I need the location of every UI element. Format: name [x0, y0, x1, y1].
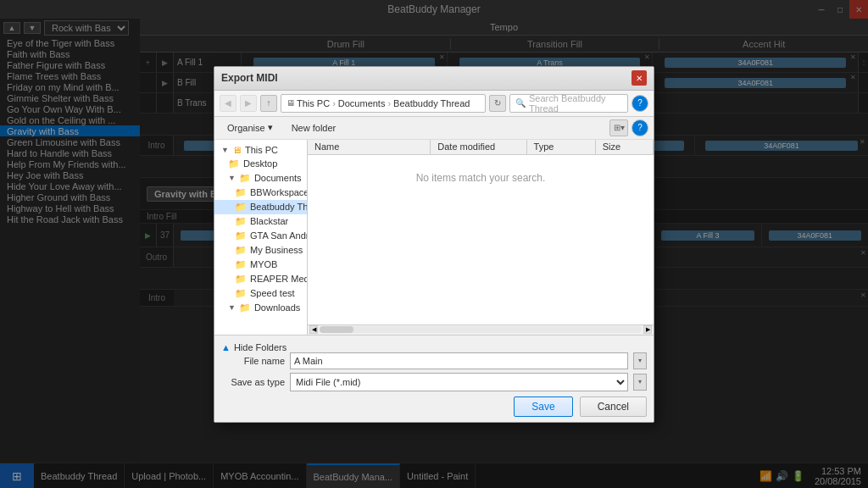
hscroll-right-btn[interactable]: ▶: [643, 325, 652, 334]
tree-desktop-label: Desktop: [243, 158, 277, 169]
refresh-area: ↻: [489, 95, 506, 112]
tree-bbworkspace-label: BBWorkspace: [250, 187, 307, 197]
tree-downloads[interactable]: ▼ 📁 Downloads: [214, 301, 307, 315]
tree-speed-test-label: Speed test: [250, 288, 295, 298]
file-list-header: Name Date modified Type Size: [308, 140, 654, 155]
tree-gta-label: GTA San Andrea: [250, 230, 307, 241]
downloads-arrow: ▼: [228, 303, 236, 312]
cancel-button[interactable]: Cancel: [580, 396, 647, 417]
desktop-folder-icon: 📁: [228, 158, 240, 169]
new-folder-btn[interactable]: New folder: [284, 119, 344, 136]
view-options-btn[interactable]: ⊞▾: [609, 119, 628, 136]
filename-dropdown[interactable]: ▾: [633, 352, 647, 369]
path-documents[interactable]: Documents: [338, 98, 386, 108]
organise-label: Organise: [227, 123, 265, 133]
dialog-close-button[interactable]: ✕: [632, 70, 647, 86]
tree-this-pc[interactable]: ▼ 🖥 This PC: [214, 143, 307, 157]
tree-my-business-label: My Business: [250, 245, 303, 255]
modal-overlay: Export MIDI ✕ ◀ ▶ ↑ 🖥 This PC › Document…: [0, 0, 868, 488]
organise-arrow: ▾: [268, 122, 273, 133]
hide-folders-arrow[interactable]: ▲: [221, 342, 231, 352]
save-as-type-row: Save as type Midi File (*.mid) ▾: [221, 373, 647, 391]
hscroll-thumb: [320, 326, 353, 333]
nav-tree: ▼ 🖥 This PC 📁 Desktop ▼ 📁 Documents 📁 BB…: [214, 140, 308, 335]
dialog-nav-bar: ◀ ▶ ↑ 🖥 This PC › Documents › Beatbuddy …: [214, 91, 654, 117]
tree-gta[interactable]: 📁 GTA San Andrea: [214, 229, 307, 243]
new-folder-label: New folder: [292, 123, 337, 133]
col-type[interactable]: Type: [527, 140, 596, 154]
no-items-message: No items match your search.: [308, 155, 654, 201]
hscroll-track: [320, 326, 642, 333]
tree-documents[interactable]: ▼ 📁 Documents: [214, 171, 307, 186]
address-bar: 🖥 This PC › Documents › Beatbuddy Thread: [281, 94, 486, 113]
nav-up-btn[interactable]: ↑: [260, 95, 277, 112]
tree-expand-icon: ▼: [221, 146, 229, 154]
save-type-select[interactable]: Midi File (*.mid): [290, 373, 628, 391]
col-size[interactable]: Size: [596, 140, 654, 154]
help-dialog-btn[interactable]: ?: [632, 119, 648, 136]
tree-desktop[interactable]: 📁 Desktop: [214, 157, 307, 171]
nav-forward-btn[interactable]: ▶: [240, 95, 257, 112]
tree-my-business[interactable]: 📁 My Business: [214, 243, 307, 258]
path-this-pc[interactable]: This PC: [297, 98, 330, 108]
bbworkspace-icon: 📁: [235, 187, 247, 198]
path-beatbuddy-thread[interactable]: Beatbuddy Thread: [393, 98, 470, 108]
dialog-footer: ▲ Hide Folders File name ▾ Save as type …: [214, 335, 654, 422]
tree-documents-label: Documents: [254, 173, 302, 183]
tree-myob[interactable]: 📁 MYOB: [214, 258, 307, 272]
col-name[interactable]: Name: [308, 140, 431, 154]
dialog-body: ▼ 🖥 This PC 📁 Desktop ▼ 📁 Documents 📁 BB…: [214, 140, 654, 335]
save-button[interactable]: Save: [514, 396, 572, 417]
hide-folders-label[interactable]: Hide Folders: [234, 342, 287, 352]
myob-icon: 📁: [235, 259, 247, 270]
footer-buttons: Save Cancel: [221, 396, 647, 417]
hscroll-bar[interactable]: ◀ ▶: [308, 324, 654, 335]
col-date-modified[interactable]: Date modified: [431, 140, 526, 154]
tree-beatbuddy-label: Beatbuddy Thre: [250, 202, 307, 212]
tree-myob-label: MYOB: [250, 259, 277, 269]
hide-folders-row: ▲ Hide Folders: [221, 342, 647, 352]
reaper-icon: 📁: [235, 274, 247, 285]
dialog-title: Export MIDI: [221, 72, 278, 84]
docs-folder-icon: 📁: [239, 173, 251, 184]
tree-reaper-label: REAPER Media: [250, 274, 307, 284]
save-type-dropdown-btn[interactable]: ▾: [633, 374, 647, 391]
gta-icon: 📁: [235, 230, 247, 241]
downloads-icon: 📁: [239, 302, 251, 313]
filename-row: File name ▾: [221, 352, 647, 369]
save-type-label: Save as type: [221, 377, 285, 387]
help-btn[interactable]: ?: [632, 95, 648, 112]
computer-tree-icon: 🖥: [232, 145, 242, 155]
search-placeholder: Search Beatbuddy Thread: [529, 93, 622, 114]
organise-btn[interactable]: Organise ▾: [220, 119, 281, 136]
nav-back-btn[interactable]: ◀: [220, 95, 236, 112]
tree-downloads-label: Downloads: [254, 302, 300, 313]
file-list-container: Name Date modified Type Size No items ma…: [308, 140, 654, 335]
speed-test-icon: 📁: [235, 288, 247, 299]
dialog-titlebar: Export MIDI ✕: [214, 67, 654, 91]
hscroll-left-btn[interactable]: ◀: [309, 325, 318, 334]
tree-beatbuddy-thread[interactable]: 📁 Beatbuddy Thre: [214, 200, 307, 214]
tree-speed-test[interactable]: 📁 Speed test: [214, 286, 307, 301]
dialog-toolbar: Organise ▾ New folder ⊞▾ ?: [214, 117, 654, 140]
refresh-btn[interactable]: ↻: [489, 95, 506, 112]
tree-blackstar-label: Blackstar: [250, 216, 288, 226]
search-icon: 🔍: [515, 98, 526, 108]
filename-label: File name: [221, 356, 285, 366]
beatbuddy-thread-icon: 📁: [235, 202, 247, 213]
tree-this-pc-label: This PC: [245, 145, 278, 155]
computer-icon: 🖥: [287, 98, 295, 108]
blackstar-icon: 📁: [235, 216, 247, 227]
filename-input[interactable]: [290, 352, 628, 369]
docs-expand-icon: ▼: [228, 174, 236, 182]
tree-bbworkspace[interactable]: 📁 BBWorkspace: [214, 186, 307, 200]
search-box: 🔍 Search Beatbuddy Thread: [509, 94, 628, 113]
export-midi-dialog: Export MIDI ✕ ◀ ▶ ↑ 🖥 This PC › Document…: [214, 66, 654, 423]
tree-reaper[interactable]: 📁 REAPER Media: [214, 272, 307, 286]
file-list: No items match your search.: [308, 155, 654, 324]
tree-blackstar[interactable]: 📁 Blackstar: [214, 214, 307, 229]
my-business-icon: 📁: [235, 245, 247, 256]
